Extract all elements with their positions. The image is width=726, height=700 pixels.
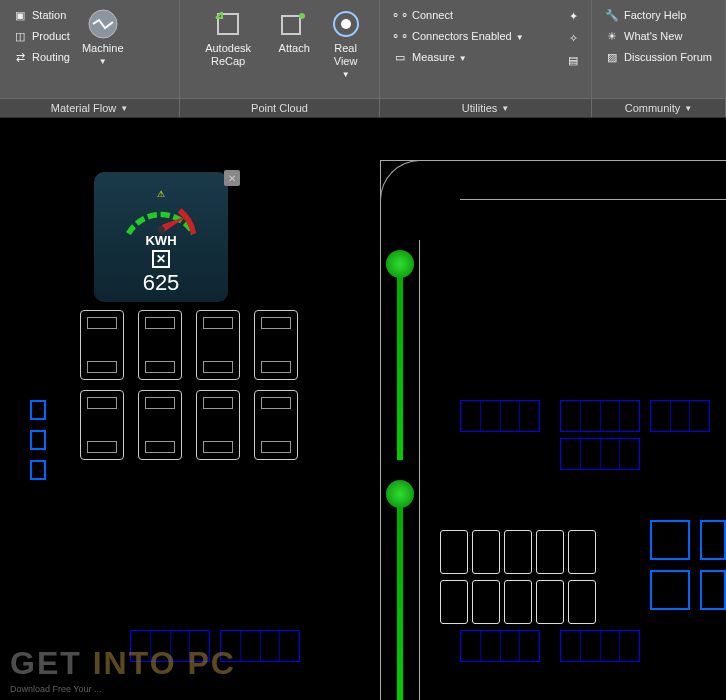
gauge-unit: KWH [145, 233, 176, 248]
connect-label: Connect [412, 9, 453, 21]
panel-material-flow: ▣ Station ◫ Product ⇄ Routing Machine ▼ [0, 0, 180, 117]
pallet [460, 400, 540, 432]
panel-community: 🔧 Factory Help ☀ What's New ▨ Discussion… [592, 0, 726, 117]
forum-icon: ▨ [604, 49, 620, 65]
factory-help-label: Factory Help [624, 9, 686, 21]
attach-label: Attach [279, 42, 310, 55]
chevron-down-icon: ▼ [342, 70, 350, 79]
gauge-value: 625 [143, 270, 180, 296]
unit [440, 530, 468, 574]
ribbon: ▣ Station ◫ Product ⇄ Routing Machine ▼ [0, 0, 726, 118]
station-button[interactable]: ▣ Station [10, 6, 72, 24]
machine-button[interactable]: Machine ▼ [76, 4, 130, 70]
tool-icon-2[interactable]: ✧ [565, 30, 581, 46]
unit [536, 530, 564, 574]
measure-icon: ▭ [392, 49, 408, 65]
unit-row [440, 580, 596, 624]
factory-help-button[interactable]: 🔧 Factory Help [602, 6, 714, 24]
tool-icon-1[interactable]: ✦ [565, 8, 581, 24]
panel-title-community[interactable]: Community ▼ [592, 98, 725, 117]
machine-unit [254, 310, 298, 380]
chevron-down-icon: ▼ [120, 104, 128, 113]
discussion-forum-button[interactable]: ▨ Discussion Forum [602, 48, 714, 66]
svg-text:⚠: ⚠ [157, 189, 165, 199]
panel-point-cloud: Autodesk ReCap Attach Real View ▼ Point … [180, 0, 380, 117]
flow-node [386, 250, 414, 278]
machine-unit [196, 390, 240, 460]
machine-unit [138, 310, 182, 380]
station-label: Station [32, 9, 66, 21]
machine-unit [138, 390, 182, 460]
unit [536, 580, 564, 624]
help-icon: 🔧 [604, 7, 620, 23]
connectors-icon: ⚬⚬ [392, 28, 408, 44]
unit [472, 580, 500, 624]
pallet [560, 400, 640, 432]
machine-unit [196, 310, 240, 380]
chevron-down-icon: ▼ [516, 33, 524, 42]
connect-button[interactable]: ⚬⚬ Connect [390, 6, 557, 24]
close-icon[interactable]: ✕ [224, 170, 240, 186]
panel-title-material-flow[interactable]: Material Flow ▼ [0, 98, 179, 117]
routing-icon: ⇄ [12, 49, 28, 65]
pallet [560, 630, 640, 662]
machine-unit [80, 390, 124, 460]
measure-label: Measure [412, 51, 455, 63]
chevron-down-icon: ▼ [99, 57, 107, 66]
gauge-widget[interactable]: ✕ ⚠ KWH ✕ 625 [94, 172, 228, 302]
svg-rect-2 [282, 16, 300, 34]
machine-unit [80, 310, 124, 380]
connect-icon: ⚬⚬ [392, 7, 408, 23]
attach-button[interactable]: Attach [270, 4, 318, 59]
realview-label: Real View [324, 42, 367, 68]
routing-label: Routing [32, 51, 70, 63]
panel-title-utilities[interactable]: Utilities ▼ [380, 98, 591, 117]
unit-row [440, 530, 596, 574]
chevron-down-icon: ▼ [501, 104, 509, 113]
chevron-down-icon: ▼ [684, 104, 692, 113]
small-box [30, 400, 46, 420]
flow-line [397, 500, 403, 700]
attach-icon [278, 8, 310, 40]
unit [440, 580, 468, 624]
svg-point-3 [299, 13, 305, 19]
machine-label: Machine [82, 42, 124, 55]
unit [568, 580, 596, 624]
measure-button[interactable]: ▭ Measure ▼ [390, 48, 557, 66]
realview-button[interactable]: Real View ▼ [318, 4, 373, 83]
machine-icon [87, 8, 119, 40]
discussion-label: Discussion Forum [624, 51, 712, 63]
whats-new-label: What's New [624, 30, 682, 42]
small-box [30, 430, 46, 450]
panel-title-point-cloud: Point Cloud [180, 98, 379, 117]
connectors-label: Connectors Enabled [412, 30, 512, 42]
machine-row [80, 390, 298, 460]
connectors-enabled-button[interactable]: ⚬⚬ Connectors Enabled ▼ [390, 27, 557, 45]
pallet [650, 400, 710, 432]
realview-icon [330, 8, 362, 40]
station-icon: ▣ [12, 7, 28, 23]
recap-button[interactable]: Autodesk ReCap [186, 4, 270, 72]
product-label: Product [32, 30, 70, 42]
panel-utilities: ⚬⚬ Connect ⚬⚬ Connectors Enabled ▼ ▭ Mea… [380, 0, 592, 117]
flow-node [386, 480, 414, 508]
unit [504, 580, 532, 624]
product-button[interactable]: ◫ Product [10, 27, 72, 45]
routing-button[interactable]: ⇄ Routing [10, 48, 72, 66]
recap-label: Autodesk ReCap [192, 42, 264, 68]
blue-box [700, 570, 726, 610]
tool-icon-3[interactable]: ▤ [565, 52, 581, 68]
whats-new-button[interactable]: ☀ What's New [602, 27, 714, 45]
unit [472, 530, 500, 574]
machine-unit [254, 390, 298, 460]
unit [504, 530, 532, 574]
chevron-down-icon: ▼ [459, 54, 467, 63]
unit [568, 530, 596, 574]
svg-point-5 [341, 19, 351, 29]
machine-row [80, 310, 298, 380]
blue-box [700, 520, 726, 560]
pallet [460, 630, 540, 662]
canvas-viewport[interactable]: ✕ ⚠ KWH ✕ 625 GET INTO PC Download Free … [0, 140, 726, 700]
product-icon: ◫ [12, 28, 28, 44]
watermark-sub: Download Free Your ... [10, 684, 102, 694]
